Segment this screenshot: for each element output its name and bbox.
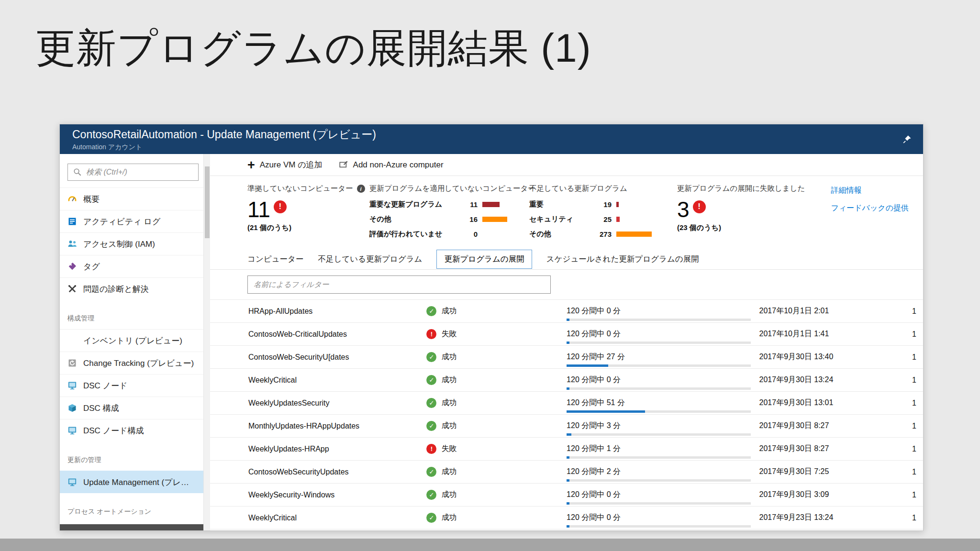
sidebar-item-activity-log[interactable]: アクティビティ ログ bbox=[60, 210, 203, 232]
stat-row-bar bbox=[616, 217, 620, 222]
stat-row-label: セキュリティ bbox=[529, 215, 586, 224]
sidebar-item-label: アクティビティ ログ bbox=[83, 216, 160, 227]
sidebar: 概要 アクティビティ ログ アクセス制御 (IAM) タグ bbox=[60, 154, 203, 530]
sidebar-item-change-tracking[interactable]: Change Tracking (プレビュー) bbox=[60, 352, 203, 374]
access-control-icon bbox=[67, 239, 77, 249]
sidebar-item-dsc-nodes[interactable]: DSC ノード bbox=[60, 374, 203, 397]
sidebar-item-dsc-node-configurations[interactable]: DSC ノード構成 bbox=[60, 419, 203, 441]
duration-label: 120 分間中 0 分 bbox=[567, 375, 621, 385]
success-icon: ✓ bbox=[426, 352, 436, 362]
duration-progress-track bbox=[567, 433, 751, 436]
stats-links: 詳細情報 フィードバックの提供 bbox=[831, 184, 909, 249]
sidebar-item-update-management[interactable]: Update Management (プレ… bbox=[60, 471, 203, 493]
stat-row-bar bbox=[616, 231, 652, 237]
sidebar-item-dsc-configurations[interactable]: DSC 構成 bbox=[60, 397, 203, 419]
tab-update-deployments[interactable]: 更新プログラムの展開 bbox=[436, 250, 532, 269]
sidebar-item-inventory[interactable]: インベントリ (プレビュー) bbox=[60, 329, 203, 352]
tab-missing-updates[interactable]: 不足している更新プログラム bbox=[318, 250, 422, 268]
tab-bar: コンピューター 不足している更新プログラム 更新プログラムの展開 スケジュールさ… bbox=[210, 249, 923, 270]
deployment-start-time: 2017年9月30日 3:09 bbox=[759, 490, 913, 500]
deployment-name: ContosoWebSecurityUpdates bbox=[248, 468, 426, 476]
status-label: 成功 bbox=[441, 398, 457, 408]
table-row[interactable]: WeeklySecurity-Windows✓成功120 分間中 0 分2017… bbox=[210, 484, 923, 507]
sidebar-item-overview[interactable]: 概要 bbox=[60, 187, 203, 210]
duration-label: 120 分間中 3 分 bbox=[567, 421, 621, 431]
deployment-start-time: 2017年9月23日 13:24 bbox=[759, 513, 913, 523]
sidebar-scrollbar[interactable] bbox=[203, 154, 210, 530]
feedback-link[interactable]: フィードバックの提供 bbox=[831, 203, 909, 213]
sidebar-item-tags[interactable]: タグ bbox=[60, 255, 203, 277]
sidebar-item-label: インベントリ (プレビュー) bbox=[83, 335, 182, 346]
add-azure-vm-button[interactable]: + Azure VM の追加 bbox=[247, 159, 323, 170]
table-row[interactable]: WeeklyCritical✓成功120 分間中 0 分2017年9月23日 1… bbox=[210, 507, 923, 529]
tab-computers[interactable]: コンピューター bbox=[247, 250, 303, 268]
pin-icon[interactable] bbox=[903, 135, 912, 143]
details-link[interactable]: 詳細情報 bbox=[831, 186, 909, 196]
sidebar-item-label: 概要 bbox=[83, 194, 100, 205]
sidebar-searchbox[interactable] bbox=[67, 164, 199, 181]
sidebar-item-label: タグ bbox=[83, 261, 100, 272]
success-icon: ✓ bbox=[426, 490, 436, 500]
stat-row: セキュリティ25 bbox=[529, 212, 677, 226]
deployment-duration: 120 分間中 2 分 bbox=[567, 461, 759, 483]
search-icon bbox=[73, 167, 82, 177]
deployment-status: ✓成功 bbox=[426, 513, 567, 523]
stat-label: 更新プログラムの展開に失敗しました bbox=[677, 184, 805, 194]
deployment-name: MonthlyUpdates-HRAppUpdates bbox=[248, 422, 426, 430]
sidebar-item-access-control[interactable]: アクセス制御 (IAM) bbox=[60, 232, 203, 255]
table-row[interactable]: WeeklyUpdates-HRApp!失敗120 分間中 1 分2017年9月… bbox=[210, 438, 923, 461]
status-label: 成功 bbox=[441, 375, 457, 385]
stat-row-label: 重要 bbox=[529, 200, 586, 209]
table-row[interactable]: WeeklyUpdatesSecurity✓成功120 分間中 51 分2017… bbox=[210, 392, 923, 415]
deployment-start-time: 2017年10月1日 2:01 bbox=[759, 306, 913, 316]
sidebar-section-config: 構成管理 bbox=[60, 300, 203, 329]
table-row[interactable]: ContosoWeb-CriticalUpdates!失敗120 分間中 0 分… bbox=[210, 323, 923, 346]
add-non-azure-computer-button[interactable]: Add non-Azure computer bbox=[339, 160, 444, 170]
sidebar-item-label: 問題の診断と解決 bbox=[83, 284, 149, 295]
stat-row-bar bbox=[482, 217, 507, 222]
change-tracking-icon bbox=[67, 358, 77, 368]
dsc-node-icon bbox=[67, 381, 77, 390]
search-input[interactable] bbox=[86, 168, 193, 176]
duration-label: 120 分間中 51 分 bbox=[567, 398, 625, 408]
stat-row-value: 25 bbox=[586, 215, 612, 223]
info-icon[interactable]: i bbox=[357, 185, 365, 193]
stat-row: 評価が行われていませ0 bbox=[369, 227, 529, 241]
stat-row: その他16 bbox=[369, 212, 529, 226]
status-label: 成功 bbox=[441, 421, 457, 431]
duration-progress-fill bbox=[567, 364, 608, 367]
deployment-start-time: 2017年9月30日 8:27 bbox=[759, 444, 913, 454]
deployment-status: !失敗 bbox=[426, 444, 567, 454]
table-row[interactable]: MonthlyUpdates-HRAppUpdates✓成功120 分間中 3 … bbox=[210, 415, 923, 438]
name-filter-input[interactable] bbox=[247, 276, 551, 294]
tab-scheduled-update-deployments[interactable]: スケジュールされた更新プログラムの展開 bbox=[546, 250, 699, 268]
scrollbar-thumb[interactable] bbox=[205, 166, 210, 238]
deployment-duration: 120 分間中 0 分 bbox=[567, 323, 759, 345]
table-row[interactable]: ContosoWeb-SecurityU[dates✓成功120 分間中 27 … bbox=[210, 346, 923, 369]
stat-row-value: 11 bbox=[459, 200, 478, 209]
duration-label: 120 分間中 0 分 bbox=[567, 306, 621, 316]
table-row[interactable]: HRApp-AllUpdates✓成功120 分間中 0 分2017年10月1日… bbox=[210, 300, 923, 323]
duration-progress-track bbox=[567, 456, 751, 459]
azure-portal-window: ContosoRetailAutomation - Update Managem… bbox=[59, 124, 924, 531]
deployment-computer-count: 1 bbox=[912, 491, 916, 499]
duration-label: 120 分間中 0 分 bbox=[567, 490, 621, 500]
update-management-icon bbox=[67, 477, 77, 487]
status-label: 成功 bbox=[441, 306, 457, 316]
deployment-start-time: 2017年9月30日 8:27 bbox=[759, 421, 913, 431]
error-icon: ! bbox=[426, 329, 436, 339]
stat-missing-updates: 不足している更新プログラム 重要19セキュリティ25その他273 bbox=[529, 184, 677, 249]
error-badge-icon: ! bbox=[274, 200, 287, 213]
table-row[interactable]: ContosoWebSecurityUpdates✓成功120 分間中 2 分2… bbox=[210, 461, 923, 484]
status-label: 成功 bbox=[441, 352, 457, 362]
deployment-name: WeeklyCritical bbox=[248, 376, 426, 385]
stat-label: 不足している更新プログラム bbox=[529, 184, 677, 194]
success-icon: ✓ bbox=[426, 467, 436, 477]
duration-label: 120 分間中 27 分 bbox=[567, 352, 625, 362]
sidebar-item-diagnose[interactable]: 問題の診断と解決 bbox=[60, 277, 203, 300]
deployment-computer-count: 1 bbox=[912, 514, 916, 522]
deployment-name: WeeklyCritical bbox=[248, 514, 426, 522]
stat-row: その他273 bbox=[529, 227, 677, 241]
duration-progress-track bbox=[567, 342, 751, 344]
table-row[interactable]: WeeklyCritical✓成功120 分間中 0 分2017年9月30日 1… bbox=[210, 369, 923, 392]
